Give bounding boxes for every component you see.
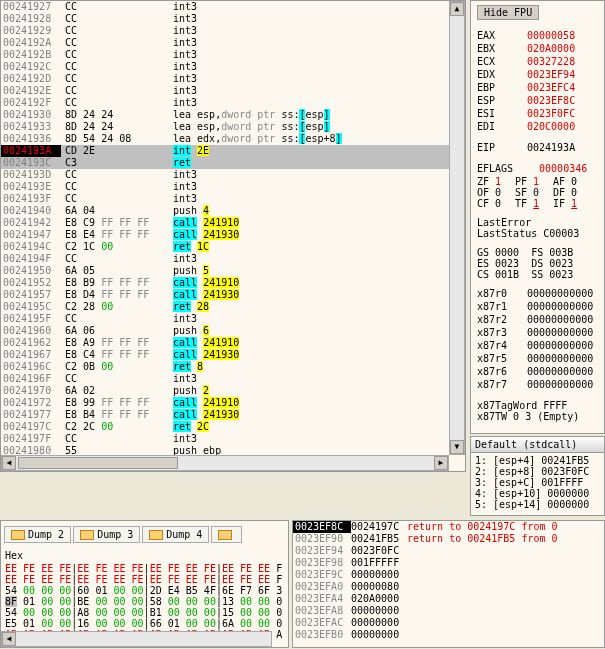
address: 00241952 [1, 277, 61, 289]
disasm-row[interactable]: 00241972 E8 99 FF FF FFcall 241910 [1, 397, 465, 409]
bytes: CC [61, 433, 171, 445]
stack-row[interactable]: 0023EFA000000080 [293, 581, 604, 593]
bytes: 8D 24 24 [61, 121, 171, 133]
stack-row[interactable]: 0023EF9000241FB5return to 00241FB5 from … [293, 533, 604, 545]
disasm-row[interactable]: 00241930 8D 24 24lea esp,dword ptr ss:[e… [1, 109, 465, 121]
disasm-row[interactable]: 00241950 6A 05push 5 [1, 265, 465, 277]
address: 00241967 [1, 349, 61, 361]
disasm-row[interactable]: 0024192D CCint3 [1, 73, 465, 85]
address: 0024195C [1, 301, 61, 313]
disasm-row[interactable]: 0024194C C2 1C 00ret 1C [1, 241, 465, 253]
disasm-row[interactable]: 0024192E CCint3 [1, 85, 465, 97]
fpu-row: x87r400000000000 [477, 340, 598, 353]
stack-row[interactable]: 0023EFAC00000000 [293, 617, 604, 629]
disasm-vscroll[interactable]: ▲ ▼ [449, 1, 465, 455]
dump-hscroll[interactable]: ◀ [1, 631, 272, 647]
stdcall-row: 1: [esp+4] 00241FB5 [475, 455, 600, 466]
fpu-row: x87r000000000000 [477, 288, 598, 301]
disasm-row[interactable]: 00241936 8D 54 24 08lea edx,dword ptr ss… [1, 133, 465, 145]
scroll-left-btn[interactable]: ◀ [2, 632, 16, 646]
disasm-row[interactable]: 0024192B CCint3 [1, 49, 465, 61]
disasm-row[interactable]: 0024193F CCint3 [1, 193, 465, 205]
address: 0024192C [1, 61, 61, 73]
bytes: CC [61, 193, 171, 205]
dump-tab[interactable]: Dump 2 [4, 526, 71, 543]
disassembly-panel[interactable]: 00241927 CCint300241928 CCint300241929 C… [0, 0, 466, 472]
bytes: CC [61, 25, 171, 37]
address: 00241972 [1, 397, 61, 409]
bytes: 6A 04 [61, 205, 171, 217]
address: 00241950 [1, 265, 61, 277]
scroll-up-btn[interactable]: ▲ [450, 2, 464, 16]
disasm-hscroll[interactable]: ◀ ▶ [1, 455, 449, 471]
disasm-row[interactable]: 0024194F CCint3 [1, 253, 465, 265]
disasm-row[interactable]: 00241960 6A 06push 6 [1, 325, 465, 337]
disasm-row[interactable]: 00241947 E8 E4 FF FF FFcall 241930 [1, 229, 465, 241]
dump-tab[interactable]: Dump 4 [142, 526, 209, 543]
dump-tab[interactable]: Dump 3 [73, 526, 140, 543]
disasm-row[interactable]: 00241952 E8 B9 FF FF FFcall 241910 [1, 277, 465, 289]
scroll-right-btn[interactable]: ▶ [434, 456, 448, 470]
mnemonic: push 2 [171, 385, 465, 397]
disasm-row[interactable]: 0024196F CCint3 [1, 373, 465, 385]
stack-row[interactable]: 0023EF8C0024197Creturn to 0024197C from … [293, 521, 604, 533]
scroll-down-btn[interactable]: ▼ [450, 440, 464, 454]
disasm-row[interactable]: 0024196C C2 0B 00ret 8 [1, 361, 465, 373]
disasm-row[interactable]: 00241929 CCint3 [1, 25, 465, 37]
disasm-row[interactable]: 0024195C C2 28 00ret 28 [1, 301, 465, 313]
stdcall-panel[interactable]: Default (stdcall) 1: [esp+4] 00241FB52: … [470, 436, 605, 516]
disasm-row[interactable]: 00241940 6A 04push 4 [1, 205, 465, 217]
hex-row: 54 00 00 00|A8 00 00 00|B1 00 00 00|15 0… [1, 607, 288, 618]
stdcall-row: 3: [esp+C] 001FFFF [475, 477, 600, 488]
register-row: EAX00000058 [477, 30, 598, 43]
disasm-row[interactable]: 0024197C C2 2C 00ret 2C [1, 421, 465, 433]
register-row: EBX020A0000 [477, 43, 598, 56]
laststatus-label: LastStatus C00003 [477, 228, 598, 239]
bytes: E8 C9 FF FF FF [61, 217, 171, 229]
disasm-row[interactable]: 0024192F CCint3 [1, 97, 465, 109]
scroll-left-btn[interactable]: ◀ [2, 456, 16, 470]
disasm-row[interactable]: 00241970 6A 02push 2 [1, 385, 465, 397]
mnemonic: int3 [171, 253, 465, 265]
disasm-row[interactable]: 0024192C CCint3 [1, 61, 465, 73]
stdcall-row: 2: [esp+8] 0023F0FC [475, 466, 600, 477]
registers-panel[interactable]: Hide FPU EAX00000058EBX020A0000ECX003272… [470, 0, 605, 434]
stack-row[interactable]: 0023EFB000000000 [293, 629, 604, 641]
stack-row[interactable]: 0023EFA800000000 [293, 605, 604, 617]
disasm-row[interactable]: 0024192A CCint3 [1, 37, 465, 49]
register-row: ESP0023EF8C [477, 95, 598, 108]
bytes: 8D 54 24 08 [61, 133, 171, 145]
stack-row[interactable]: 0023EF98001FFFFF [293, 557, 604, 569]
disasm-row[interactable]: 00241942 E8 C9 FF FF FFcall 241910 [1, 217, 465, 229]
mnemonic: ret 1C [171, 241, 465, 253]
bytes: CC [61, 181, 171, 193]
dump-panel[interactable]: Dump 2Dump 3Dump 4 Hex EE FE EE FE|EE FE… [0, 520, 289, 648]
disasm-row[interactable]: 0024193C C3ret [1, 157, 465, 169]
mnemonic: int3 [171, 193, 465, 205]
address: 00241947 [1, 229, 61, 241]
hide-fpu-button[interactable]: Hide FPU [477, 5, 539, 20]
disasm-row[interactable]: 00241962 E8 A9 FF FF FFcall 241910 [1, 337, 465, 349]
disasm-row[interactable]: 00241977 E8 B4 FF FF FFcall 241930 [1, 409, 465, 421]
disasm-row[interactable]: 0024195F CCint3 [1, 313, 465, 325]
stack-row[interactable]: 0023EFA4020A0000 [293, 593, 604, 605]
dump-tab-extra[interactable] [211, 526, 242, 543]
disasm-row[interactable]: 0024193E CCint3 [1, 181, 465, 193]
disasm-row[interactable]: 0024193D CCint3 [1, 169, 465, 181]
stdcall-row: 5: [esp+14] 0000000 [475, 499, 600, 510]
mnemonic: int3 [171, 73, 465, 85]
x87tagword: x87TagWord FFFF [477, 400, 598, 411]
stack-row[interactable]: 0023EF940023F0FC [293, 545, 604, 557]
disasm-row[interactable]: 0024197F CCint3 [1, 433, 465, 445]
disasm-row[interactable]: 00241933 8D 24 24lea esp,dword ptr ss:[e… [1, 121, 465, 133]
dump-icon [11, 530, 25, 540]
disasm-row[interactable]: 00241967 E8 C4 FF FF FFcall 241930 [1, 349, 465, 361]
address: 0024192B [1, 49, 61, 61]
disasm-row[interactable]: 00241957 E8 D4 FF FF FFcall 241930 [1, 289, 465, 301]
disasm-row[interactable]: 00241928 CCint3 [1, 13, 465, 25]
scroll-thumb[interactable] [18, 457, 178, 469]
disasm-row[interactable]: 00241927 CCint3 [1, 1, 465, 13]
disasm-row[interactable]: 0024193A CD 2Eint 2E [1, 145, 465, 157]
stack-row[interactable]: 0023EF9C00000000 [293, 569, 604, 581]
stack-panel[interactable]: 0023EF8C0024197Creturn to 0024197C from … [292, 520, 605, 648]
